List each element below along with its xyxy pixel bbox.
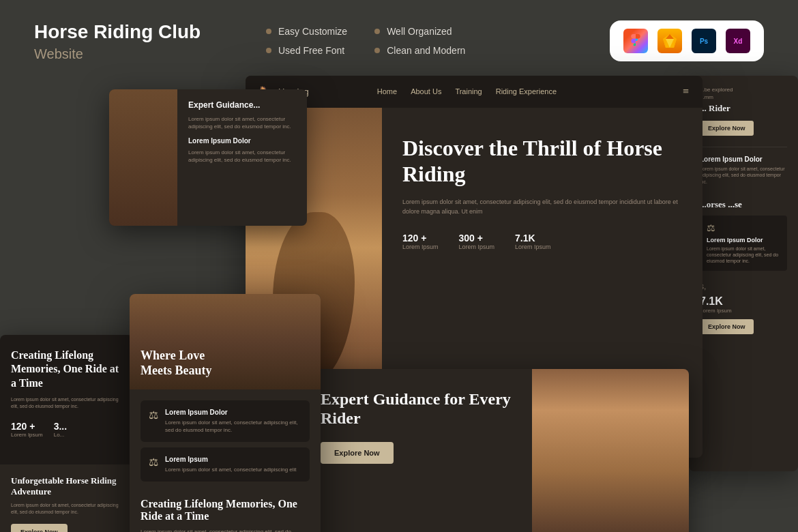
brand-title: Horse Riding Club bbox=[34, 20, 225, 44]
creating-lifelong-content: Creating Lifelong Memories, One Ride at … bbox=[0, 335, 133, 452]
wl-section-desc: Lorem ipsum dolor sit amet, consectetur … bbox=[141, 528, 310, 532]
where-love-card: Where LoveMeets Beauty ⚖ Lorem Ipsum Dol… bbox=[130, 294, 321, 532]
cl-stat-2: 3... Lo... bbox=[54, 421, 67, 438]
expert-card-desc: Lorem ipsum dolor sit amet, consectetur … bbox=[188, 115, 296, 130]
hero-title: Discover the Thrill of Horse Riding bbox=[402, 135, 682, 188]
hero-description: Lorem ipsum dolor sit amet, consectetur … bbox=[402, 198, 682, 216]
sketch-icon bbox=[657, 29, 682, 53]
feature-col-1: Easy Customize Used Free Font bbox=[266, 26, 347, 56]
photoshop-icon: Ps bbox=[692, 29, 716, 53]
xd-icon: Xd bbox=[726, 29, 750, 53]
stat-item-2: 300 + Lorem Ipsum bbox=[459, 233, 495, 250]
right-divider bbox=[700, 147, 787, 147]
cl-stat-label-2: Lo... bbox=[54, 432, 67, 438]
stat-num-1: 120 + bbox=[402, 233, 439, 243]
feature-label: Well Organized bbox=[387, 26, 452, 37]
feature-used-free-font: Used Free Font bbox=[266, 45, 347, 56]
service-title-1: Lorem Ipsum Dolor bbox=[165, 409, 301, 416]
service-icon-2: ⚖ bbox=[149, 456, 158, 469]
expert-card-lorem-desc: Lorem ipsum dolor sit amet, consectetur … bbox=[188, 149, 296, 164]
nav-training[interactable]: Training bbox=[455, 87, 482, 95]
right-explore-btn-2[interactable]: Explore Now bbox=[700, 319, 754, 334]
feature-label: Easy Customize bbox=[278, 26, 347, 37]
service-content-1: Lorem Ipsum Dolor Lorem ipsum dolor sit … bbox=[165, 409, 301, 434]
figma-icon bbox=[623, 29, 648, 53]
stat-label-2: Lorem Ipsum bbox=[459, 243, 495, 250]
feature-dot bbox=[374, 48, 380, 53]
main-content: 🐎 Horsing Home About Us Training Riding … bbox=[0, 69, 798, 505]
expert-guidance-card: Expert Guidance... Lorem ipsum dolor sit… bbox=[109, 89, 307, 226]
nav-home[interactable]: Home bbox=[377, 87, 397, 95]
stat-item-1: 120 + Lorem Ipsum bbox=[402, 233, 439, 250]
service-icon-1: ⚖ bbox=[149, 409, 158, 422]
brand-subtitle: Website bbox=[34, 46, 225, 62]
feature-easy-customize: Easy Customize bbox=[266, 26, 347, 37]
expert-section-image: 300 + Lorem Ipsum bbox=[532, 369, 689, 532]
right-card: ...be explored ...mm ... Rider Explore N… bbox=[689, 76, 798, 471]
tools-section: Ps Xd bbox=[610, 20, 764, 61]
feature-dot bbox=[374, 29, 380, 34]
right-card-label2: ...mm bbox=[700, 94, 787, 100]
expert-card-title: Expert Guidance... bbox=[188, 100, 296, 110]
mockup-nav-links: Home About Us Training Riding Experience bbox=[377, 87, 557, 95]
right-stat-num: 7.1K bbox=[700, 295, 787, 308]
service-desc-2: Lorem ipsum dolor sit amet, consectetur … bbox=[165, 466, 297, 473]
service-title-2: Lorem Ipsum bbox=[165, 456, 297, 463]
expert-card-image bbox=[109, 89, 177, 226]
cl-stat-num-2: 3... bbox=[54, 421, 67, 432]
right-service-title: Lorem Ipsum Dolor bbox=[707, 237, 780, 243]
service-card-2: ⚖ Lorem Ipsum Lorem ipsum dolor sit amet… bbox=[141, 447, 310, 482]
stat-item-3: 7.1K Lorem Ipsum bbox=[515, 233, 551, 250]
service-desc-1: Lorem ipsum dolor sit amet, consectetur … bbox=[165, 419, 301, 434]
nav-about[interactable]: About Us bbox=[411, 87, 441, 95]
right-bottom-section: s, 7.1K Lorem Ipsum Explore Now bbox=[700, 282, 787, 334]
right-lorem-desc: Lorem ipsum dolor sit amet, consectetur … bbox=[700, 166, 787, 186]
unforgettable-explore-btn[interactable]: Explore Now bbox=[11, 524, 68, 532]
right-stat-label: Lorem Ipsum bbox=[700, 308, 787, 314]
right-bottom-label: s, bbox=[700, 282, 787, 291]
cl-stat-1: 120 + Lorem Ipsum bbox=[11, 421, 43, 438]
expert-card-lorem-title: Lorem Ipsum Dolor bbox=[188, 137, 296, 145]
right-service-desc: Lorem ipsum dolor sit amet, consectetur … bbox=[707, 246, 780, 264]
right-lorem-title: Lorem Ipsum Dolor bbox=[700, 156, 787, 163]
expert-card-content: Expert Guidance... Lorem ipsum dolor sit… bbox=[177, 89, 307, 226]
unforgettable-desc: Lorem ipsum dolor sit amet, consectetur … bbox=[11, 502, 122, 516]
wl-section-title: Creating Lifelong Memories, One Ride at … bbox=[141, 498, 310, 522]
feature-dot bbox=[266, 48, 271, 53]
service-card-1: ⚖ Lorem Ipsum Dolor Lorem ipsum dolor si… bbox=[141, 400, 310, 442]
stat-label-1: Lorem Ipsum bbox=[402, 243, 439, 250]
feature-label: Clean and Modern bbox=[387, 45, 465, 56]
feature-well-organized: Well Organized bbox=[374, 26, 465, 37]
hamburger-menu-icon[interactable]: ≡ bbox=[683, 85, 689, 98]
where-love-bottom: Creating Lifelong Memories, One Ride at … bbox=[130, 498, 321, 532]
right-card-sublabel: ...be explored bbox=[700, 87, 787, 93]
brand: Horse Riding Club Website bbox=[34, 20, 225, 62]
page-header: Horse Riding Club Website Easy Customize… bbox=[0, 0, 798, 76]
creating-lifelong-card: Creating Lifelong Memories, One Ride at … bbox=[0, 335, 133, 532]
expert-explore-btn[interactable]: Explore Now bbox=[321, 442, 394, 464]
cl-stat-num-1: 120 + bbox=[11, 421, 43, 432]
mockup-navbar: 🐎 Horsing Home About Us Training Riding … bbox=[246, 76, 703, 108]
hero-stats: 120 + Lorem Ipsum 300 + Lorem Ipsum 7.1K… bbox=[402, 233, 682, 250]
unforgettable-title: Unforgettable Horse Riding Adventure bbox=[11, 475, 122, 499]
expert-section-content: Expert Guidance for Every Rider Explore … bbox=[300, 369, 532, 532]
expert-guidance-section: Expert Guidance for Every Rider Explore … bbox=[300, 369, 689, 532]
where-love-body: ⚖ Lorem Ipsum Dolor Lorem ipsum dolor si… bbox=[130, 389, 321, 499]
cl-stat-label-1: Lorem Ipsum bbox=[11, 432, 43, 438]
features-section: Easy Customize Used Free Font Well Organ… bbox=[266, 26, 569, 56]
feature-dot bbox=[266, 29, 271, 34]
right-service-card: ⚖ Lorem Ipsum Dolor Lorem ipsum dolor si… bbox=[700, 216, 787, 271]
horses-title: ...orses ...se bbox=[700, 199, 787, 210]
right-horses-section: ...orses ...se ⚖ Lorem Ipsum Dolor Lorem… bbox=[700, 199, 787, 271]
feature-clean-modern: Clean and Modern bbox=[374, 45, 465, 56]
where-love-header: Where LoveMeets Beauty bbox=[130, 294, 321, 389]
nav-riding[interactable]: Riding Experience bbox=[496, 87, 557, 95]
right-service-icon: ⚖ bbox=[707, 222, 780, 234]
feature-col-2: Well Organized Clean and Modern bbox=[374, 26, 465, 56]
right-explore-btn[interactable]: Explore Now bbox=[700, 121, 754, 136]
right-card-title: ... Rider bbox=[700, 103, 787, 114]
creating-lifelong-desc: Lorem ipsum dolor sit amet, consectetur … bbox=[11, 396, 122, 410]
stat-label-3: Lorem Ipsum bbox=[515, 243, 551, 250]
expert-section-title: Expert Guidance for Every Rider bbox=[321, 389, 512, 429]
feature-label: Used Free Font bbox=[278, 45, 344, 56]
